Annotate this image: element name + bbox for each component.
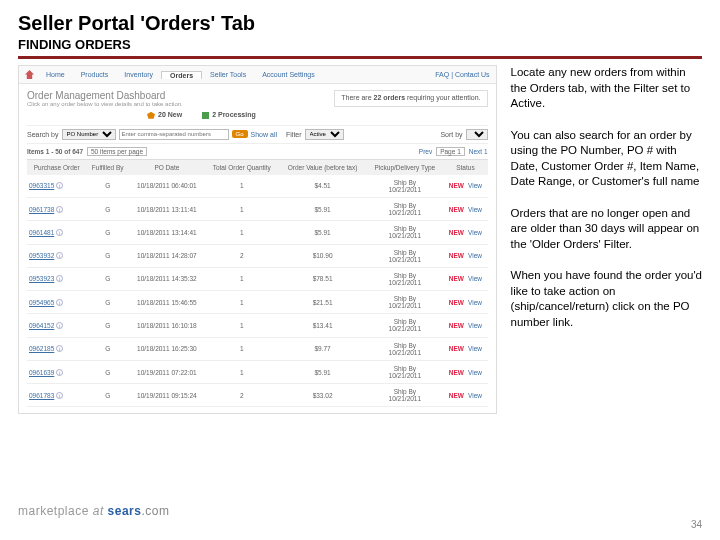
info-icon[interactable]: i [56, 182, 63, 189]
new-badge: 20 New [147, 111, 182, 119]
info-icon[interactable]: i [56, 322, 63, 329]
view-link[interactable]: View [468, 299, 482, 306]
cell-date: 10/18/2011 16:10:18 [129, 314, 205, 337]
nav-right-links[interactable]: FAQ | Contact Us [435, 71, 489, 78]
col-header: PO Date [129, 159, 205, 175]
tab-account-settings[interactable]: Account Settings [254, 71, 323, 78]
info-icon[interactable]: i [56, 229, 63, 236]
col-header: Status [443, 159, 487, 175]
attention-text-2: requiring your attention. [405, 94, 481, 101]
view-link[interactable]: View [468, 345, 482, 352]
view-link[interactable]: View [468, 229, 482, 236]
col-header: Fulfilled By [86, 159, 129, 175]
tab-home[interactable]: Home [38, 71, 73, 78]
po-link[interactable]: 0961639i [27, 360, 86, 383]
info-icon[interactable]: i [56, 299, 63, 306]
table-row: 0962185iG10/18/2011 16:25:301$9.77Ship B… [27, 337, 488, 360]
top-nav: Home Products Inventory Orders Seller To… [19, 66, 496, 84]
search-by-select[interactable]: PO Number [62, 129, 116, 140]
info-icon[interactable]: i [56, 392, 63, 399]
po-link[interactable]: 0962185i [27, 337, 86, 360]
cell-value: $33.02 [279, 384, 367, 407]
view-link[interactable]: View [468, 369, 482, 376]
prev-link[interactable]: Prev [419, 148, 432, 155]
show-all-link[interactable]: Show all [251, 131, 277, 138]
per-page-select[interactable]: 50 items per page [87, 147, 147, 156]
cell-qty: 1 [205, 337, 279, 360]
embedded-screenshot: Home Products Inventory Orders Seller To… [18, 65, 497, 414]
view-link[interactable]: View [468, 275, 482, 282]
po-link[interactable]: 0961738i [27, 197, 86, 220]
go-button[interactable]: Go [232, 130, 248, 138]
attention-box: There are 22 orders requiring your atten… [334, 90, 487, 107]
info-icon[interactable]: i [56, 345, 63, 352]
cell-status: NEWView [443, 384, 487, 407]
col-header: Order Value (before tax) [279, 159, 367, 175]
col-header: Purchase Order [27, 159, 86, 175]
cell-fulfilled: G [86, 337, 129, 360]
cell-value: $9.77 [279, 337, 367, 360]
table-row: 0961481iG10/18/2011 13:14:411$5.91Ship B… [27, 221, 488, 244]
col-header: Total Order Quantity [205, 159, 279, 175]
cell-fulfilled: G [86, 221, 129, 244]
table-row: 0953923iG10/18/2011 14:35:321$78.51Ship … [27, 267, 488, 290]
attention-text: There are [341, 94, 373, 101]
po-link[interactable]: 0953923i [27, 267, 86, 290]
next-link[interactable]: Next 1 [469, 148, 488, 155]
search-bar: Search by PO Number Go Show all Filter A… [27, 125, 488, 144]
search-by-label: Search by [27, 131, 59, 138]
filter-label: Filter [286, 131, 302, 138]
filter-select[interactable]: Active [305, 129, 344, 140]
cell-value: $10.90 [279, 244, 367, 267]
cell-qty: 1 [205, 291, 279, 314]
cell-date: 10/18/2011 13:11:41 [129, 197, 205, 220]
cell-fulfilled: G [86, 175, 129, 198]
cell-value: $4.51 [279, 175, 367, 198]
po-link[interactable]: 0953932i [27, 244, 86, 267]
info-icon[interactable]: i [56, 369, 63, 376]
tab-inventory[interactable]: Inventory [116, 71, 161, 78]
cell-value: $5.91 [279, 360, 367, 383]
po-link[interactable]: 0961481i [27, 221, 86, 244]
home-icon[interactable] [25, 70, 34, 79]
cell-status: NEWView [443, 267, 487, 290]
info-icon[interactable]: i [56, 206, 63, 213]
cell-pickup: Ship By10/21/2011 [366, 314, 443, 337]
tab-seller-tools[interactable]: Seller Tools [202, 71, 254, 78]
table-row: 0954965iG10/18/2011 15:46:551$21.51Ship … [27, 291, 488, 314]
view-link[interactable]: View [468, 182, 482, 189]
sortby-select[interactable] [466, 129, 488, 140]
cell-status: NEWView [443, 175, 487, 198]
cell-date: 10/19/2011 07:22:01 [129, 360, 205, 383]
po-link[interactable]: 0964152i [27, 314, 86, 337]
slide-subtitle: FINDING ORDERS [0, 37, 720, 56]
cell-status: NEWView [443, 337, 487, 360]
items-range: Items 1 - 50 of 647 [27, 148, 83, 155]
cell-fulfilled: G [86, 267, 129, 290]
cell-value: $5.91 [279, 197, 367, 220]
info-icon[interactable]: i [56, 275, 63, 282]
po-link[interactable]: 0954965i [27, 291, 86, 314]
page-indicator[interactable]: Page 1 [436, 147, 465, 156]
tab-orders[interactable]: Orders [161, 71, 202, 79]
cell-qty: 1 [205, 314, 279, 337]
view-link[interactable]: View [468, 206, 482, 213]
cell-date: 10/18/2011 14:28:07 [129, 244, 205, 267]
cell-status: NEWView [443, 244, 487, 267]
cell-status: NEWView [443, 291, 487, 314]
cell-status: NEWView [443, 197, 487, 220]
view-link[interactable]: View [468, 252, 482, 259]
view-link[interactable]: View [468, 392, 482, 399]
orders-table: Purchase OrderFulfilled ByPO DateTotal O… [27, 159, 488, 408]
cell-fulfilled: G [86, 291, 129, 314]
table-row: 0961738iG10/18/2011 13:11:411$5.91Ship B… [27, 197, 488, 220]
po-link[interactable]: 0963315i [27, 175, 86, 198]
cell-qty: 1 [205, 175, 279, 198]
po-link[interactable]: 0961783i [27, 384, 86, 407]
view-link[interactable]: View [468, 322, 482, 329]
note-2: You can also search for an order by usin… [511, 128, 702, 190]
info-icon[interactable]: i [56, 252, 63, 259]
search-input[interactable] [119, 129, 229, 140]
note-3: Orders that are no longer open and are o… [511, 206, 702, 253]
tab-products[interactable]: Products [73, 71, 117, 78]
